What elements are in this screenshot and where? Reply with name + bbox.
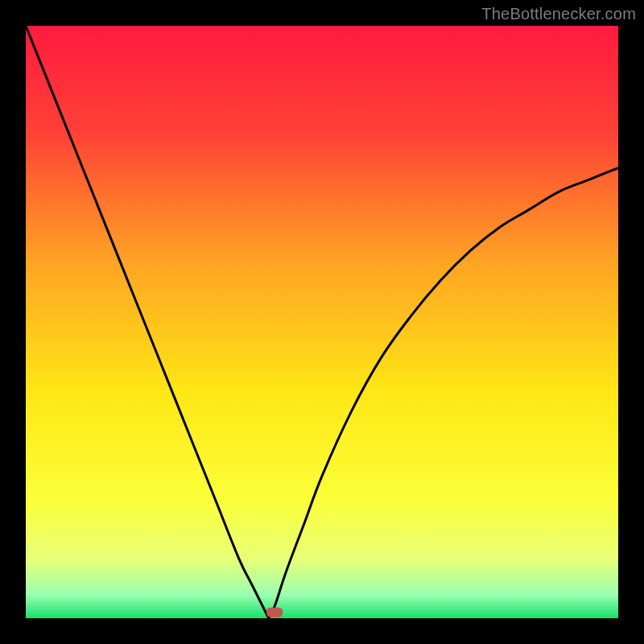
vertex-marker bbox=[266, 608, 283, 617]
chart-frame: TheBottlenecker.com bbox=[0, 0, 644, 644]
gradient-background bbox=[26, 26, 618, 618]
plot-area bbox=[26, 26, 618, 618]
bottleneck-chart bbox=[26, 26, 618, 618]
attribution-text: TheBottlenecker.com bbox=[481, 5, 636, 23]
